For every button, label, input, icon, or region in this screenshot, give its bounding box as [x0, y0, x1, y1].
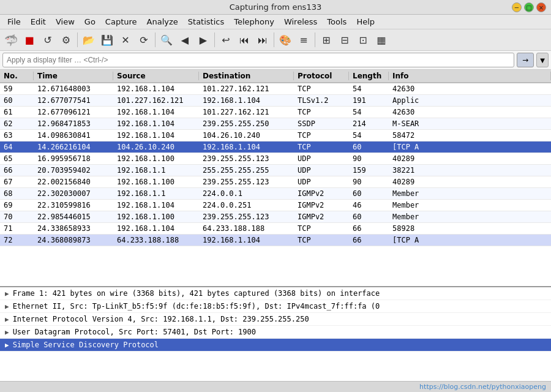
- table-row[interactable]: 5912.671648003192.168.1.104101.227.162.1…: [0, 83, 551, 95]
- next-button[interactable]: ▶: [195, 31, 212, 48]
- packet-cell-0: 71: [0, 223, 34, 234]
- minimize-button[interactable]: −: [512, 2, 522, 12]
- packet-cell-4: TCP: [294, 83, 349, 94]
- col-header-time: Time: [34, 72, 113, 80]
- detail-item[interactable]: ▶Simple Service Discovery Protocol: [0, 339, 551, 352]
- zoom-in-button[interactable]: ⊞: [318, 31, 335, 48]
- find-button[interactable]: 🔍: [158, 31, 175, 48]
- packet-cell-4: TCP: [294, 141, 349, 153]
- menu-statistics[interactable]: Statistics: [183, 16, 229, 28]
- table-row[interactable]: 7124.338658933192.168.1.10464.233.188.18…: [0, 223, 551, 235]
- packet-cell-2: 101.227.162.121: [113, 95, 199, 106]
- col-header-info: Info: [389, 72, 551, 80]
- prev-button[interactable]: ◀: [176, 31, 193, 48]
- stop-capture-button[interactable]: ■: [21, 31, 38, 48]
- zoom-out-button[interactable]: ⊟: [336, 31, 353, 48]
- packet-cell-3: 192.168.1.104: [199, 95, 294, 106]
- packet-cell-6: 40289: [389, 153, 551, 164]
- menu-edit[interactable]: Edit: [26, 16, 51, 28]
- packet-cell-6: Member: [389, 211, 551, 222]
- table-row[interactable]: 6012.677077541101.227.162.121192.168.1.1…: [0, 95, 551, 107]
- table-row[interactable]: 6722.002156840192.168.1.100239.255.255.1…: [0, 176, 551, 188]
- packet-cell-5: 66: [349, 223, 389, 234]
- table-row[interactable]: 7224.36808987364.233.188.188192.168.1.10…: [0, 235, 551, 246]
- menu-view[interactable]: View: [51, 16, 80, 28]
- packet-cell-1: 16.995956718: [34, 153, 113, 164]
- detail-item[interactable]: ▶Frame 1: 421 bytes on wire (3368 bits),…: [0, 287, 551, 300]
- table-row[interactable]: 6212.968471853192.168.1.104239.255.255.2…: [0, 118, 551, 130]
- detail-item[interactable]: ▶User Datagram Protocol, Src Port: 57401…: [0, 326, 551, 339]
- menu-wireless[interactable]: Wireless: [279, 16, 322, 28]
- preferences-button[interactable]: ⚙: [58, 31, 75, 48]
- first-button[interactable]: ⏮: [236, 31, 253, 48]
- packet-cell-3: 101.227.162.121: [199, 107, 294, 118]
- table-row[interactable]: 6620.703959402192.168.1.1255.255.255.255…: [0, 165, 551, 176]
- table-row[interactable]: 6922.310599816192.168.1.104224.0.0.251IG…: [0, 200, 551, 211]
- table-row[interactable]: 6516.995956718192.168.1.100239.255.255.1…: [0, 153, 551, 165]
- table-row[interactable]: 6822.302030007192.168.1.1224.0.0.1IGMPv2…: [0, 188, 551, 200]
- packet-cell-5: 191: [349, 95, 389, 106]
- table-row[interactable]: 7022.985446015192.168.1.100239.255.255.1…: [0, 211, 551, 223]
- status-bar: https://blog.csdn.net/pythonxiaopeng: [0, 381, 551, 392]
- packet-cell-4: TCP: [294, 223, 349, 234]
- detail-item[interactable]: ▶Ethernet II, Src: Tp-LinkT_b5:f5:9f (dc…: [0, 300, 551, 313]
- detail-text: Simple Service Discovery Protocol: [13, 341, 159, 349]
- menu-analyze[interactable]: Analyze: [142, 16, 183, 28]
- menu-file[interactable]: File: [2, 16, 26, 28]
- packet-cell-5: 54: [349, 107, 389, 118]
- packet-cell-3: 239.255.255.123: [199, 211, 294, 222]
- columns-button[interactable]: ▦: [373, 31, 390, 48]
- packet-cell-4: TLSv1.2: [294, 95, 349, 106]
- table-row[interactable]: 6314.098630841192.168.1.104104.26.10.240…: [0, 130, 551, 141]
- table-row[interactable]: 6414.266216104104.26.10.240192.168.1.104…: [0, 141, 551, 153]
- open-file-button[interactable]: 📂: [80, 31, 97, 48]
- restart-capture-button[interactable]: ↺: [39, 31, 56, 48]
- jump-button[interactable]: ↩: [217, 31, 234, 48]
- packet-cell-3: 255.255.255.255: [199, 165, 294, 176]
- zoom-reset-button[interactable]: ⊡: [354, 31, 372, 48]
- toolbar-separator-1: [77, 32, 78, 47]
- detail-item[interactable]: ▶Internet Protocol Version 4, Src: 192.1…: [0, 313, 551, 326]
- packet-cell-6: M-SEAR: [389, 118, 551, 129]
- menu-help[interactable]: Help: [351, 16, 380, 28]
- packet-cell-2: 192.168.1.1: [113, 188, 199, 199]
- close-file-button[interactable]: ✕: [117, 31, 134, 48]
- packet-cell-1: 12.671648003: [34, 83, 113, 94]
- filter-apply-button[interactable]: →: [517, 53, 534, 67]
- toolbar-separator-5: [315, 32, 315, 47]
- packet-cell-0: 69: [0, 200, 34, 211]
- packet-cell-2: 192.168.1.104: [113, 83, 199, 94]
- packet-cell-2: 192.168.1.104: [113, 107, 199, 118]
- filter-dropdown-button[interactable]: ▼: [536, 53, 549, 67]
- close-button[interactable]: ×: [536, 2, 546, 12]
- packet-table: No. Time Source Destination Protocol Len…: [0, 70, 551, 286]
- menu-capture[interactable]: Capture: [100, 16, 142, 28]
- packet-cell-6: 58472: [389, 130, 551, 141]
- packet-cell-1: 24.338658933: [34, 223, 113, 234]
- packet-cell-2: 192.168.1.104: [113, 200, 199, 211]
- filter-bar: → ▼: [0, 51, 551, 70]
- packet-cell-1: 24.368089873: [34, 235, 113, 246]
- packet-cell-2: 64.233.188.188: [113, 235, 199, 246]
- menu-telephony[interactable]: Telephony: [229, 16, 279, 28]
- packet-cell-5: 60: [349, 211, 389, 222]
- packet-cell-1: 22.985446015: [34, 211, 113, 222]
- menu-go[interactable]: Go: [80, 16, 100, 28]
- menu-tools[interactable]: Tools: [322, 16, 351, 28]
- shark-icon[interactable]: 🦈: [2, 31, 20, 48]
- maximize-button[interactable]: □: [524, 2, 534, 12]
- packet-cell-4: TCP: [294, 130, 349, 141]
- packet-cell-6: 38221: [389, 165, 551, 176]
- packet-cell-0: 68: [0, 188, 34, 199]
- packet-cell-1: 12.677096121: [34, 107, 113, 118]
- save-button[interactable]: 💾: [99, 31, 116, 48]
- packet-cell-1: 12.968471853: [34, 118, 113, 129]
- autoscroll-button[interactable]: ≡: [295, 31, 312, 48]
- table-row[interactable]: 6112.677096121192.168.1.104101.227.162.1…: [0, 107, 551, 118]
- reload-button[interactable]: ⟳: [135, 31, 152, 48]
- packet-cell-3: 239.255.255.250: [199, 118, 294, 129]
- packet-cell-4: UDP: [294, 176, 349, 187]
- last-button[interactable]: ⏭: [254, 31, 271, 48]
- display-filter-input[interactable]: [2, 53, 514, 67]
- colorize-button[interactable]: 🎨: [277, 31, 294, 48]
